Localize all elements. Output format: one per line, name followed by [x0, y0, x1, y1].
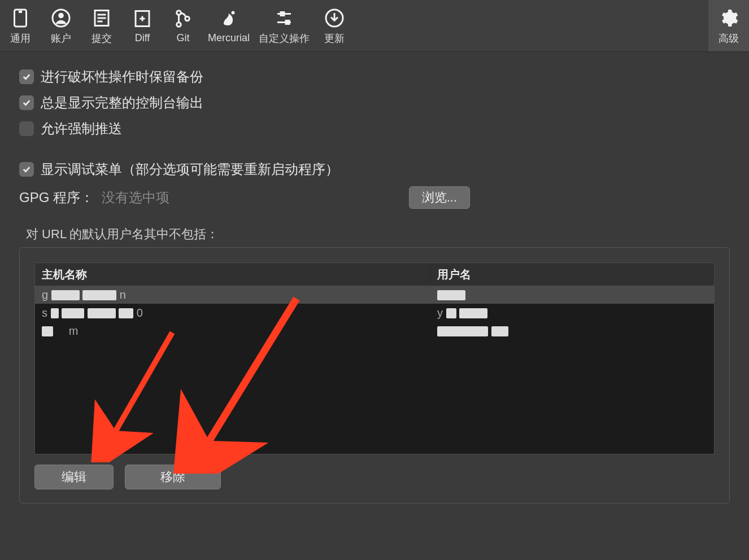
checkbox-force-push-row: 允许强制推送: [19, 120, 730, 138]
tab-update[interactable]: 更新: [314, 0, 355, 51]
tab-general-label: 通用: [10, 32, 31, 45]
cell-host: m: [35, 325, 430, 338]
svg-point-13: [185, 16, 190, 21]
checkbox-backup-destructive-label: 进行破坏性操作时保留备份: [41, 68, 203, 86]
account-icon: [51, 8, 71, 28]
remove-button[interactable]: 移除: [125, 465, 221, 489]
gpg-row: GPG 程序： 没有选中项 浏览...: [19, 186, 730, 209]
tab-accounts-label: 账户: [51, 32, 71, 45]
edit-button[interactable]: 编辑: [34, 465, 114, 489]
table-row[interactable]: g n: [35, 286, 714, 304]
tab-custom-actions-label: 自定义操作: [259, 32, 310, 45]
svg-point-14: [232, 11, 235, 15]
gear-icon: [718, 8, 739, 28]
checkbox-force-push-label: 允许强制推送: [41, 120, 122, 138]
svg-rect-1: [19, 10, 22, 13]
checkbox-backup-destructive-row: 进行破坏性操作时保留备份: [19, 68, 730, 86]
tab-update-label: 更新: [324, 32, 345, 45]
tab-custom-actions[interactable]: 自定义操作: [254, 0, 314, 51]
table-row[interactable]: s 0 y: [35, 304, 714, 322]
git-icon: [173, 8, 193, 29]
mercurial-icon: [219, 8, 239, 29]
svg-rect-17: [281, 12, 284, 15]
custom-actions-icon: [274, 8, 294, 28]
table-buttons: 编辑 移除: [34, 465, 715, 489]
checkbox-full-console-label: 总是显示完整的控制台输出: [41, 94, 203, 112]
commit-icon: [92, 8, 112, 28]
cell-host: s 0: [35, 307, 430, 320]
cell-user: [430, 288, 714, 301]
table-body: g n s 0 y m: [35, 286, 714, 340]
tab-advanced[interactable]: 高级: [708, 0, 749, 51]
svg-point-3: [58, 12, 64, 18]
checkbox-debug-menu[interactable]: [19, 162, 34, 177]
browse-button[interactable]: 浏览...: [409, 186, 470, 209]
advanced-settings-content: 进行破坏性操作时保留备份 总是显示完整的控制台输出 允许强制推送 显示调试菜单（…: [0, 52, 749, 519]
tab-git-label: Git: [176, 32, 189, 44]
table-header: 主机名称 用户名: [35, 263, 714, 286]
checkbox-full-console[interactable]: [19, 95, 34, 110]
svg-rect-18: [286, 20, 289, 24]
update-icon: [324, 8, 345, 28]
column-user[interactable]: 用户名: [430, 267, 714, 282]
checkbox-backup-destructive[interactable]: [19, 69, 34, 84]
checkbox-debug-menu-label: 显示调试菜单（部分选项可能需要重新启动程序）: [41, 160, 339, 178]
url-section-title: 对 URL 的默认用户名其中不包括：: [26, 226, 730, 243]
cell-user: y: [430, 307, 714, 320]
general-icon: [10, 8, 31, 28]
url-defaults-table[interactable]: 主机名称 用户名 g n s 0 y: [34, 262, 715, 454]
svg-point-11: [177, 11, 181, 15]
tab-diff[interactable]: Diff: [122, 0, 163, 51]
tab-advanced-label: 高级: [718, 32, 739, 45]
tab-mercurial[interactable]: Mercurial: [203, 0, 254, 51]
diff-icon: [132, 8, 153, 29]
gpg-label: GPG 程序：: [19, 189, 94, 207]
tab-diff-label: Diff: [135, 32, 150, 44]
tab-general[interactable]: 通用: [0, 0, 41, 51]
tab-commit-label: 提交: [92, 32, 112, 45]
tab-mercurial-label: Mercurial: [208, 32, 250, 44]
tab-commit[interactable]: 提交: [81, 0, 122, 51]
checkbox-full-console-row: 总是显示完整的控制台输出: [19, 94, 730, 112]
checkbox-force-push[interactable]: [19, 121, 34, 136]
tab-git[interactable]: Git: [163, 0, 203, 51]
checkbox-debug-menu-row: 显示调试菜单（部分选项可能需要重新启动程序）: [19, 160, 730, 178]
table-row[interactable]: m: [35, 322, 714, 340]
cell-host: g n: [35, 288, 430, 301]
cell-user: [430, 325, 714, 338]
toolbar-spacer: [355, 0, 708, 51]
gpg-value: 没有选中项: [102, 189, 169, 207]
preferences-toolbar: 通用 账户 提交 Diff Git Mercurial 自定义操作: [0, 0, 749, 52]
column-host[interactable]: 主机名称: [35, 267, 430, 282]
tab-accounts[interactable]: 账户: [41, 0, 81, 51]
svg-point-12: [177, 23, 181, 27]
url-defaults-panel: 主机名称 用户名 g n s 0 y: [19, 247, 730, 504]
